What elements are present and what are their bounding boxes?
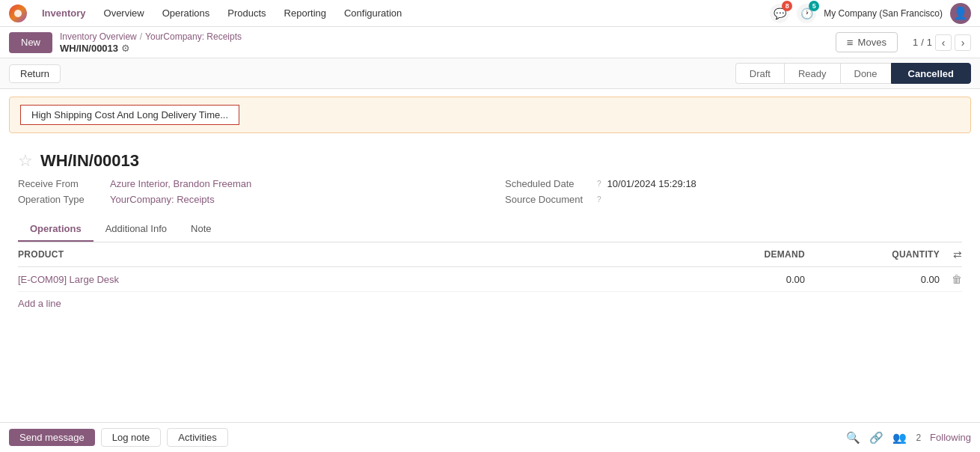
row-product[interactable]: [E-COM09] Large Desk <box>18 274 670 285</box>
table-row: [E-COM09] Large Desk 0.00 0.00 🗑 <box>18 267 962 292</box>
tab-operations[interactable]: Operations <box>18 217 94 242</box>
company-name[interactable]: My Company (San Francisco) <box>824 8 943 19</box>
breadcrumb-bar: New Inventory Overview / YourCompany: Re… <box>0 27 980 58</box>
receive-from-field: Receive From Azure Interior, Brandon Fre… <box>18 178 475 189</box>
following-button[interactable]: Following <box>930 432 971 443</box>
moves-label: Moves <box>858 37 886 48</box>
return-button[interactable]: Return <box>9 64 61 83</box>
row-quantity[interactable]: 0.00 <box>805 274 940 285</box>
fields-grid: Receive From Azure Interior, Brandon Fre… <box>18 178 962 217</box>
nav-right: 💬 8 🕐 5 My Company (San Francisco) 👤 <box>770 3 971 24</box>
breadcrumb-sep1: / <box>140 31 142 42</box>
receive-from-value[interactable]: Azure Interior, Brandon Freeman <box>110 178 251 189</box>
link-icon[interactable]: 🔗 <box>869 431 883 445</box>
messages-icon[interactable]: 🕐 5 <box>797 4 816 23</box>
record-header: ☆ WH/IN/00013 <box>18 141 962 178</box>
operation-type-value[interactable]: YourCompany: Receipts <box>110 194 215 205</box>
receive-from-label: Receive From <box>18 178 104 189</box>
new-button[interactable]: New <box>9 32 52 53</box>
scheduled-date-value[interactable]: 10/01/2024 15:29:18 <box>607 178 696 189</box>
status-done[interactable]: Done <box>840 63 892 84</box>
status-cancelled[interactable]: Cancelled <box>891 63 971 84</box>
operation-type-label: Operation Type <box>18 194 104 205</box>
search-icon[interactable]: 🔍 <box>846 431 860 445</box>
col-filter-icon[interactable]: ⇄ <box>940 248 962 260</box>
breadcrumb-parent[interactable]: Inventory Overview <box>60 31 137 42</box>
help-source: ? <box>597 195 601 204</box>
hamburger-icon: ≡ <box>847 36 854 49</box>
nav-item-reporting[interactable]: Reporting <box>277 4 334 22</box>
pagination-current: 1 <box>913 37 918 48</box>
table-header: Product Demand Quantity ⇄ <box>18 242 962 267</box>
col-demand: Demand <box>670 249 805 260</box>
messages-badge: 5 <box>809 1 819 11</box>
action-bar: Return Draft Ready Done Cancelled <box>0 58 980 89</box>
scheduled-date-field: Scheduled Date ? 10/01/2024 15:29:18 <box>505 178 962 189</box>
nav-item-configuration[interactable]: Configuration <box>337 4 409 22</box>
source-document-input[interactable] <box>607 194 757 205</box>
source-document-label: Source Document <box>505 194 591 205</box>
add-line-button[interactable]: Add a line <box>18 298 61 309</box>
pagination: 1 / 1 ‹ › <box>913 34 971 51</box>
warning-banner: High Shipping Cost And Long Delivery Tim… <box>9 97 971 133</box>
add-line-row: Add a line <box>18 292 962 315</box>
status-draft[interactable]: Draft <box>735 63 784 84</box>
warning-box: High Shipping Cost And Long Delivery Tim… <box>20 105 239 125</box>
prev-button[interactable]: ‹ <box>935 34 952 51</box>
row-demand[interactable]: 0.00 <box>670 274 805 285</box>
footer: Send message Log note Activities 🔍 🔗 👥 2… <box>0 422 980 452</box>
send-message-button[interactable]: Send message <box>9 429 95 446</box>
gear-icon[interactable]: ⚙ <box>121 43 130 54</box>
warning-message: High Shipping Cost And Long Delivery Tim… <box>31 109 228 120</box>
moves-button[interactable]: ≡ Moves <box>836 32 898 52</box>
delete-icon[interactable]: 🗑 <box>940 273 962 285</box>
footer-right: 🔍 🔗 👥 2 Following <box>846 431 971 445</box>
content-area: High Shipping Cost And Long Delivery Tim… <box>0 89 980 423</box>
activities-button[interactable]: Activities <box>167 428 227 447</box>
notifications-badge: 8 <box>782 1 792 11</box>
col-quantity: Quantity <box>805 249 940 260</box>
next-button[interactable]: › <box>955 34 971 51</box>
log-note-button[interactable]: Log note <box>101 428 162 447</box>
nav-item-products[interactable]: Products <box>220 4 273 22</box>
operation-type-field: Operation Type YourCompany: Receipts <box>18 194 475 205</box>
tab-additional-info[interactable]: Additional Info <box>94 217 179 242</box>
follower-count: 2 <box>916 433 921 443</box>
breadcrumb-child[interactable]: YourCompany: Receipts <box>145 31 242 42</box>
nav-item-overview[interactable]: Overview <box>97 4 152 22</box>
notifications-icon[interactable]: 💬 8 <box>770 4 789 23</box>
people-icon[interactable]: 👥 <box>892 431 907 445</box>
star-icon[interactable]: ☆ <box>18 151 33 171</box>
top-nav: Inventory Overview Operations Products R… <box>0 0 980 27</box>
record-title: WH/IN/00013 <box>40 151 139 171</box>
status-bar: Draft Ready Done Cancelled <box>735 63 971 84</box>
avatar-img: 👤 <box>953 6 968 20</box>
status-ready[interactable]: Ready <box>784 63 840 84</box>
nav-item-operations[interactable]: Operations <box>155 4 218 22</box>
nav-item-inventory[interactable]: Inventory <box>34 4 94 22</box>
tabs: Operations Additional Info Note <box>18 217 962 242</box>
table-wrap: Product Demand Quantity ⇄ [E-COM09] Larg… <box>18 242 962 315</box>
col-product: Product <box>18 249 670 260</box>
pagination-slash: / <box>921 37 924 48</box>
pagination-total: 1 <box>927 37 932 48</box>
avatar[interactable]: 👤 <box>950 3 971 24</box>
scheduled-date-label: Scheduled Date <box>505 178 591 189</box>
breadcrumb: Inventory Overview / YourCompany: Receip… <box>60 31 242 54</box>
breadcrumb-current: WH/IN/00013 <box>60 43 118 54</box>
source-document-field: Source Document ? <box>505 194 962 205</box>
help-scheduled: ? <box>597 180 601 188</box>
nav-logo[interactable] <box>9 4 27 22</box>
tab-note[interactable]: Note <box>179 217 223 242</box>
main-content: ☆ WH/IN/00013 Receive From Azure Interio… <box>0 141 980 315</box>
